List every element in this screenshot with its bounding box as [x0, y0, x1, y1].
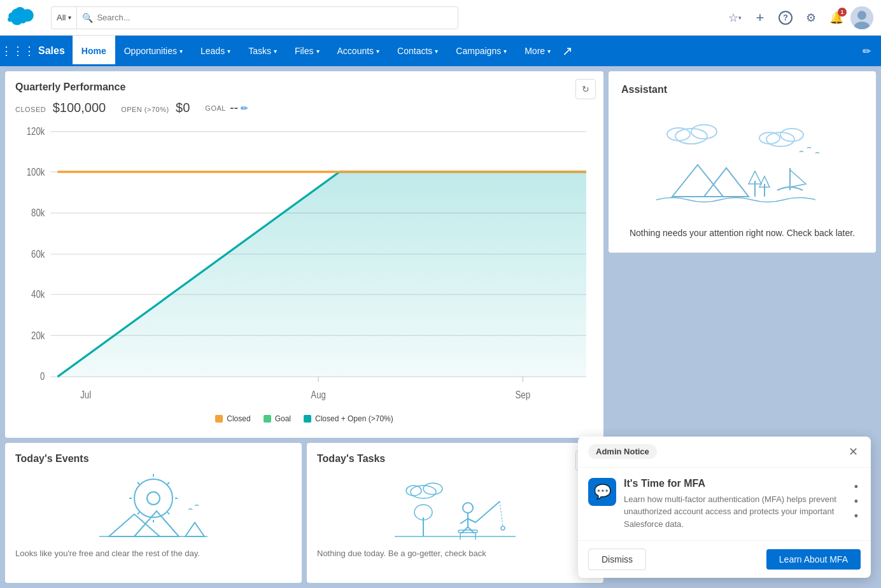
settings-icon-btn[interactable]: ⚙	[800, 6, 822, 29]
nav-accounts-label: Accounts	[337, 46, 374, 56]
notification-badge: 1	[838, 8, 847, 17]
nav-item-more[interactable]: More ▾	[516, 36, 560, 66]
tasks-illustration	[317, 470, 593, 546]
more-dot-2: •	[854, 495, 858, 508]
salesforce-logo[interactable]	[8, 7, 38, 29]
svg-text:40k: 40k	[31, 288, 45, 300]
nav-item-contacts[interactable]: Contacts ▾	[388, 36, 447, 66]
svg-line-40	[460, 519, 468, 524]
bookmark-chevron-icon: ▾	[738, 15, 742, 21]
admin-notice-close-btn[interactable]: ✕	[845, 444, 861, 459]
dismiss-button[interactable]: Dismiss	[588, 549, 646, 570]
bottom-panels: Today's Events	[5, 443, 603, 583]
svg-line-32	[137, 512, 139, 514]
app-launcher-btn[interactable]: ⋮⋮⋮	[5, 36, 31, 66]
search-input[interactable]	[97, 13, 453, 22]
nav-item-campaigns[interactable]: Campaigns ▾	[447, 36, 516, 66]
learn-mfa-button[interactable]: Learn About MFA	[766, 549, 861, 570]
nav-item-opportunities[interactable]: Opportunities ▾	[115, 36, 192, 66]
campaigns-chevron-icon: ▾	[504, 48, 507, 55]
settings-icon: ⚙	[806, 11, 816, 25]
nav-edit-btn[interactable]: ✏	[857, 36, 876, 66]
events-title: Today's Events	[15, 453, 292, 465]
svg-line-33	[167, 512, 169, 514]
accounts-chevron-icon: ▾	[376, 48, 379, 55]
help-icon-btn[interactable]: ?	[774, 6, 797, 29]
nav-campaigns-label: Campaigns	[456, 46, 501, 56]
svg-point-58	[667, 128, 690, 141]
chart-legend: Closed Goal Closed + Open (>70%)	[15, 414, 593, 423]
closed-open-legend-label: Closed + Open (>70%)	[315, 414, 393, 423]
admin-notice-content: It's Time for MFA Learn how multi-factor…	[624, 478, 844, 531]
more-chevron-icon: ▾	[547, 48, 551, 55]
svg-line-44	[476, 501, 500, 522]
leads-chevron-icon: ▾	[227, 48, 230, 55]
search-bar: All ▾ 🔍	[51, 6, 458, 29]
topbar-icons: ☆ ▾ + ? ⚙ 🔔 1	[723, 6, 873, 29]
todays-tasks-card: Today's Tasks ⇅	[307, 443, 603, 583]
todays-events-card: Today's Events	[5, 443, 302, 583]
refresh-button[interactable]: ↻	[575, 79, 596, 99]
bookmark-icon-btn[interactable]: ☆ ▾	[723, 6, 746, 29]
svg-marker-62	[672, 165, 723, 197]
legend-closed-open: Closed + Open (>70%)	[304, 414, 393, 423]
svg-line-31	[167, 482, 169, 484]
more-dot-3: •	[854, 510, 858, 523]
left-panel: Quarterly Performance CLOSED $100,000 OP…	[5, 71, 603, 583]
svg-rect-47	[458, 530, 477, 533]
svg-text:20k: 20k	[31, 329, 45, 341]
admin-notice-more-btn[interactable]: • • •	[852, 478, 861, 526]
nav-item-accounts[interactable]: Accounts ▾	[328, 36, 389, 66]
svg-marker-36	[185, 522, 204, 536]
tasks-title: Today's Tasks	[317, 453, 593, 465]
close-icon: ✕	[849, 445, 858, 459]
svg-text:120k: 120k	[27, 125, 45, 137]
search-icon: 🔍	[82, 13, 93, 23]
goal-edit-icon[interactable]: ✏	[241, 103, 248, 113]
svg-point-61	[759, 132, 780, 144]
tasks-chevron-icon: ▾	[274, 48, 277, 55]
nav-item-tasks[interactable]: Tasks ▾	[239, 36, 286, 66]
assistant-message: Nothing needs your attention right now. …	[630, 227, 855, 240]
closed-legend-label: Closed	[227, 414, 250, 423]
admin-notice-title: It's Time for MFA	[624, 478, 844, 489]
admin-notice-footer: Dismiss Learn About MFA	[578, 540, 871, 578]
events-text: Looks like you're free and clear the res…	[15, 549, 292, 558]
goal-legend-dot	[264, 415, 271, 423]
admin-notice-popup: Admin Notice ✕ 💬 It's Time for MFA Learn…	[578, 437, 871, 578]
grid-icon: ⋮⋮⋮	[1, 44, 35, 58]
assistant-illustration	[621, 103, 863, 227]
search-scope-label: All	[57, 13, 66, 22]
svg-point-24	[134, 479, 173, 517]
shield-icon: 💬	[594, 484, 611, 500]
nav-opportunities-label: Opportunities	[124, 46, 177, 56]
assistant-title: Assistant	[621, 84, 863, 95]
nav-item-home[interactable]: Home	[73, 36, 115, 66]
add-icon-btn[interactable]: +	[749, 6, 772, 29]
svg-marker-69	[790, 170, 806, 187]
more-dot-1: •	[854, 480, 858, 494]
scope-chevron-icon: ▾	[68, 14, 71, 21]
tasks-text: Nothing due today. Be a go-getter, check…	[317, 549, 593, 558]
add-icon: +	[756, 10, 765, 26]
search-scope-selector[interactable]: All ▾	[52, 7, 77, 29]
topbar: All ▾ 🔍 ☆ ▾ + ? ⚙ 🔔 1	[0, 0, 881, 36]
user-avatar[interactable]	[850, 6, 873, 29]
goal-stat: GOAL -- ✏	[205, 101, 248, 115]
nav-tasks-label: Tasks	[248, 46, 271, 56]
open-label: OPEN (>70%)	[121, 106, 169, 113]
nav-item-files[interactable]: Files ▾	[286, 36, 328, 66]
closed-stat: CLOSED $100,000	[15, 101, 106, 115]
svg-text:Jul: Jul	[80, 389, 91, 401]
admin-notice-text: Learn how multi-factor authentication (M…	[624, 493, 844, 531]
svg-line-41	[468, 519, 476, 522]
svg-point-1	[857, 11, 866, 20]
app-name[interactable]: Sales	[31, 36, 73, 66]
nav-item-leads[interactable]: Leads ▾	[192, 36, 239, 66]
refresh-icon: ↻	[582, 84, 589, 94]
notification-icon-btn[interactable]: 🔔 1	[825, 6, 848, 29]
bookmark-icon: ☆	[728, 11, 738, 25]
files-chevron-icon: ▾	[316, 48, 320, 55]
goal-label: GOAL	[205, 104, 226, 112]
opportunities-chevron-icon: ▾	[180, 48, 183, 55]
